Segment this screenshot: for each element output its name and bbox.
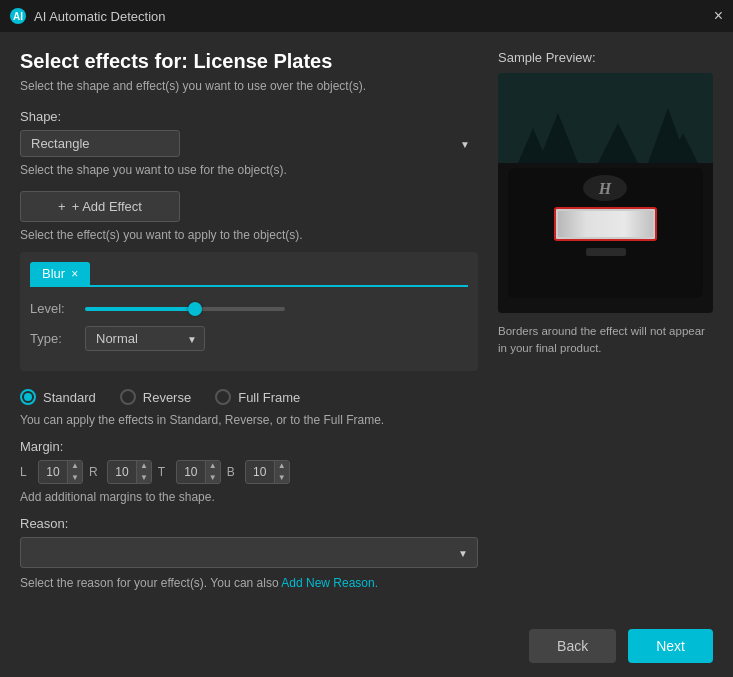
margin-l-spinner-btns: ▲ ▼: [67, 460, 82, 484]
margin-row: L ▲ ▼ R ▲ ▼ T: [20, 460, 478, 484]
add-effect-plus-icon: +: [58, 199, 66, 214]
margin-r-input[interactable]: [108, 465, 136, 479]
title-bar: AI AI Automatic Detection ×: [0, 0, 733, 32]
svg-text:H: H: [598, 180, 612, 197]
level-slider-fill: [85, 307, 195, 311]
margin-t-spinner-btns: ▲ ▼: [205, 460, 220, 484]
level-slider-track[interactable]: [85, 307, 285, 311]
radio-reverse[interactable]: Reverse: [120, 389, 191, 405]
margin-l-up-btn[interactable]: ▲: [68, 460, 82, 472]
svg-rect-12: [558, 211, 653, 237]
app-icon: AI: [10, 8, 26, 24]
shape-dropdown-arrow-icon: ▼: [460, 138, 470, 149]
margin-t-input[interactable]: [177, 465, 205, 479]
margin-r-down-btn[interactable]: ▼: [137, 472, 151, 484]
shape-dropdown[interactable]: Rectangle Ellipse Custom: [20, 130, 180, 157]
type-row: Type: Normal Gaussian Motion ▼: [30, 326, 468, 351]
next-button[interactable]: Next: [628, 629, 713, 663]
add-effect-button[interactable]: + + Add Effect: [20, 191, 180, 222]
back-button[interactable]: Back: [529, 629, 616, 663]
effect-hint: Select the effect(s) you want to apply t…: [20, 228, 478, 242]
margin-l-spinner[interactable]: ▲ ▼: [38, 460, 83, 484]
preview-image: H: [498, 73, 713, 313]
apply-mode-hint: You can apply the effects in Standard, R…: [20, 413, 478, 427]
radio-standard-outer: [20, 389, 36, 405]
add-effect-label: + Add Effect: [72, 199, 142, 214]
margin-l-down-btn[interactable]: ▼: [68, 472, 82, 484]
close-button[interactable]: ×: [714, 8, 723, 24]
shape-label: Shape:: [20, 109, 478, 124]
reason-hint: Select the reason for your effect(s). Yo…: [20, 576, 478, 590]
reason-dropdown-wrapper[interactable]: ▼: [20, 537, 478, 568]
type-dropdown-wrapper[interactable]: Normal Gaussian Motion ▼: [85, 326, 205, 351]
preview-note: Borders around the effect will not appea…: [498, 323, 713, 358]
radio-fullframe-outer: [215, 389, 231, 405]
margin-t-spinner[interactable]: ▲ ▼: [176, 460, 221, 484]
margin-b-down-btn[interactable]: ▼: [275, 472, 289, 484]
level-label: Level:: [30, 301, 75, 316]
effect-tab-close-icon[interactable]: ×: [71, 268, 78, 280]
shape-dropdown-wrapper[interactable]: Rectangle Ellipse Custom ▼: [20, 130, 478, 157]
svg-rect-14: [586, 248, 626, 256]
page-title: Select effects for: License Plates: [20, 50, 478, 73]
effect-tab-blur[interactable]: Blur ×: [30, 262, 90, 285]
margin-r-up-btn[interactable]: ▲: [137, 460, 151, 472]
margin-b-label: B: [227, 465, 239, 479]
margin-t-label: T: [158, 465, 170, 479]
radio-standard-label: Standard: [43, 390, 96, 405]
margin-l-input[interactable]: [39, 465, 67, 479]
reason-label: Reason:: [20, 516, 478, 531]
margin-l-label: L: [20, 465, 32, 479]
title-bar-text: AI Automatic Detection: [34, 9, 166, 24]
page-subtitle: Select the shape and effect(s) you want …: [20, 79, 478, 93]
preview-label: Sample Preview:: [498, 50, 713, 65]
effect-tab-bar: Blur ×: [30, 262, 468, 287]
radio-standard[interactable]: Standard: [20, 389, 96, 405]
margin-b-up-btn[interactable]: ▲: [275, 460, 289, 472]
level-slider-thumb[interactable]: [188, 302, 202, 316]
radio-reverse-label: Reverse: [143, 390, 191, 405]
margin-r-spinner-btns: ▲ ▼: [136, 460, 151, 484]
footer: Back Next: [0, 615, 733, 677]
title-bar-left: AI AI Automatic Detection: [10, 8, 166, 24]
margin-b-spinner-btns: ▲ ▼: [274, 460, 289, 484]
margin-r-label: R: [89, 465, 101, 479]
left-panel: Select effects for: License Plates Selec…: [20, 50, 478, 615]
shape-hint: Select the shape you want to use for the…: [20, 163, 478, 177]
type-dropdown[interactable]: Normal Gaussian Motion: [85, 326, 205, 351]
margin-label: Margin:: [20, 439, 478, 454]
radio-fullframe[interactable]: Full Frame: [215, 389, 300, 405]
reason-dropdown[interactable]: [20, 537, 478, 568]
radio-fullframe-label: Full Frame: [238, 390, 300, 405]
level-row: Level:: [30, 301, 468, 316]
margin-t-up-btn[interactable]: ▲: [206, 460, 220, 472]
preview-car-background: H: [498, 73, 713, 313]
type-label: Type:: [30, 331, 75, 346]
apply-mode-group: Standard Reverse Full Frame: [20, 389, 478, 405]
effect-tab-blur-label: Blur: [42, 266, 65, 281]
radio-reverse-outer: [120, 389, 136, 405]
effect-tabs-area: Blur × Level: Type:: [20, 252, 478, 371]
radio-standard-inner: [24, 393, 32, 401]
margin-t-down-btn[interactable]: ▼: [206, 472, 220, 484]
margin-r-spinner[interactable]: ▲ ▼: [107, 460, 152, 484]
add-new-reason-link[interactable]: Add New Reason.: [281, 576, 378, 590]
margin-b-input[interactable]: [246, 465, 274, 479]
margin-hint: Add additional margins to the shape.: [20, 490, 478, 504]
right-panel: Sample Preview:: [498, 50, 713, 615]
preview-bg-svg: H: [498, 73, 713, 313]
margin-b-spinner[interactable]: ▲ ▼: [245, 460, 290, 484]
